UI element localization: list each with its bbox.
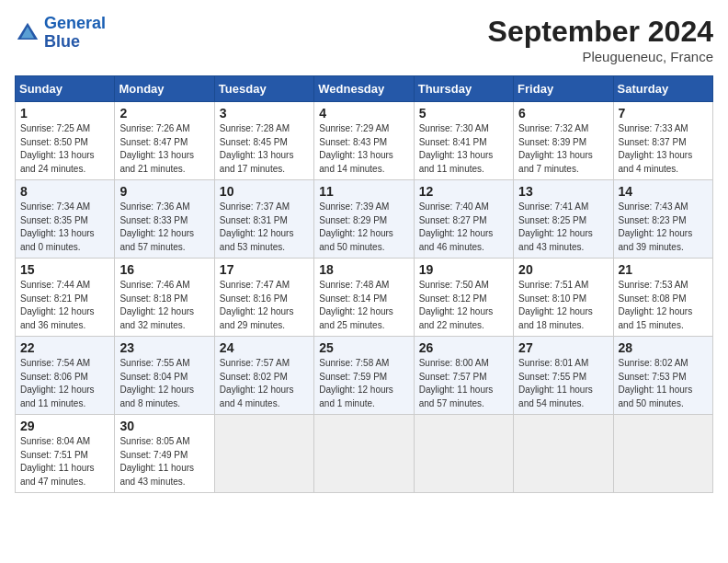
day-number: 14 xyxy=(619,184,708,199)
calendar-cell: 10Sunrise: 7:37 AM Sunset: 8:31 PM Dayli… xyxy=(214,180,313,259)
day-info: Sunrise: 7:36 AM Sunset: 8:33 PM Dayligh… xyxy=(119,201,209,254)
day-number: 20 xyxy=(518,262,608,277)
logo-line2: Blue xyxy=(44,33,106,52)
day-info: Sunrise: 8:00 AM Sunset: 7:57 PM Dayligh… xyxy=(419,357,508,410)
calendar-cell: 22Sunrise: 7:54 AM Sunset: 8:06 PM Dayli… xyxy=(16,337,115,415)
calendar-cell: 19Sunrise: 7:50 AM Sunset: 8:12 PM Dayli… xyxy=(414,259,513,337)
col-monday: Monday xyxy=(115,76,214,102)
day-info: Sunrise: 7:46 AM Sunset: 8:18 PM Dayligh… xyxy=(119,279,209,332)
col-sunday: Sunday xyxy=(16,76,115,102)
calendar-cell: 20Sunrise: 7:51 AM Sunset: 8:10 PM Dayli… xyxy=(514,259,613,337)
day-number: 4 xyxy=(319,106,408,121)
logo: General Blue xyxy=(15,15,106,52)
calendar-cell: 28Sunrise: 8:02 AM Sunset: 7:53 PM Dayli… xyxy=(613,337,712,415)
day-info: Sunrise: 7:37 AM Sunset: 8:31 PM Dayligh… xyxy=(220,201,309,254)
day-info: Sunrise: 7:43 AM Sunset: 8:23 PM Dayligh… xyxy=(619,201,708,254)
calendar-cell: 24Sunrise: 7:57 AM Sunset: 8:02 PM Dayli… xyxy=(214,337,313,415)
day-info: Sunrise: 7:55 AM Sunset: 8:04 PM Dayligh… xyxy=(119,357,209,410)
day-number: 5 xyxy=(419,106,508,121)
day-info: Sunrise: 7:53 AM Sunset: 8:08 PM Dayligh… xyxy=(619,279,708,332)
calendar-row: 1Sunrise: 7:25 AM Sunset: 8:50 PM Daylig… xyxy=(16,102,713,180)
day-number: 25 xyxy=(319,340,408,355)
logo-icon xyxy=(15,20,40,46)
calendar-cell: 15Sunrise: 7:44 AM Sunset: 8:21 PM Dayli… xyxy=(16,259,115,337)
calendar-cell: 4Sunrise: 7:29 AM Sunset: 8:43 PM Daylig… xyxy=(314,102,414,180)
calendar-cell xyxy=(214,415,313,493)
day-number: 26 xyxy=(419,340,508,355)
calendar-cell: 21Sunrise: 7:53 AM Sunset: 8:08 PM Dayli… xyxy=(613,259,712,337)
day-number: 11 xyxy=(319,184,408,199)
day-number: 19 xyxy=(419,262,508,277)
calendar-cell xyxy=(414,415,513,493)
calendar-body: 1Sunrise: 7:25 AM Sunset: 8:50 PM Daylig… xyxy=(16,102,713,493)
day-number: 8 xyxy=(20,184,109,199)
day-number: 17 xyxy=(220,262,309,277)
calendar-cell: 11Sunrise: 7:39 AM Sunset: 8:29 PM Dayli… xyxy=(314,180,414,259)
day-number: 28 xyxy=(619,340,708,355)
day-number: 16 xyxy=(119,262,209,277)
day-info: Sunrise: 7:48 AM Sunset: 8:14 PM Dayligh… xyxy=(319,279,408,332)
day-info: Sunrise: 7:47 AM Sunset: 8:16 PM Dayligh… xyxy=(220,279,309,332)
calendar-cell: 3Sunrise: 7:28 AM Sunset: 8:45 PM Daylig… xyxy=(214,102,313,180)
calendar-cell: 2Sunrise: 7:26 AM Sunset: 8:47 PM Daylig… xyxy=(115,102,214,180)
day-info: Sunrise: 8:05 AM Sunset: 7:49 PM Dayligh… xyxy=(119,435,209,488)
calendar-row: 29Sunrise: 8:04 AM Sunset: 7:51 PM Dayli… xyxy=(16,415,713,493)
day-number: 7 xyxy=(619,106,708,121)
title-block: September 2024 Pleugueneuc, France xyxy=(488,15,713,64)
day-number: 22 xyxy=(20,340,109,355)
calendar-cell: 17Sunrise: 7:47 AM Sunset: 8:16 PM Dayli… xyxy=(214,259,313,337)
calendar-cell xyxy=(514,415,613,493)
calendar-cell: 16Sunrise: 7:46 AM Sunset: 8:18 PM Dayli… xyxy=(115,259,214,337)
day-info: Sunrise: 7:50 AM Sunset: 8:12 PM Dayligh… xyxy=(419,279,508,332)
col-friday: Friday xyxy=(514,76,613,102)
day-info: Sunrise: 8:04 AM Sunset: 7:51 PM Dayligh… xyxy=(20,435,109,488)
calendar-row: 15Sunrise: 7:44 AM Sunset: 8:21 PM Dayli… xyxy=(16,259,713,337)
calendar-cell: 25Sunrise: 7:58 AM Sunset: 7:59 PM Dayli… xyxy=(314,337,414,415)
day-info: Sunrise: 7:29 AM Sunset: 8:43 PM Dayligh… xyxy=(319,122,408,176)
day-number: 10 xyxy=(220,184,309,199)
calendar-cell: 9Sunrise: 7:36 AM Sunset: 8:33 PM Daylig… xyxy=(115,180,214,259)
calendar-cell xyxy=(613,415,712,493)
day-info: Sunrise: 7:51 AM Sunset: 8:10 PM Dayligh… xyxy=(518,279,608,332)
day-info: Sunrise: 7:57 AM Sunset: 8:02 PM Dayligh… xyxy=(220,357,309,410)
calendar-cell: 14Sunrise: 7:43 AM Sunset: 8:23 PM Dayli… xyxy=(613,180,712,259)
col-wednesday: Wednesday xyxy=(314,76,414,102)
day-info: Sunrise: 7:28 AM Sunset: 8:45 PM Dayligh… xyxy=(220,122,309,176)
calendar-cell: 6Sunrise: 7:32 AM Sunset: 8:39 PM Daylig… xyxy=(514,102,613,180)
col-saturday: Saturday xyxy=(613,76,712,102)
calendar-cell: 23Sunrise: 7:55 AM Sunset: 8:04 PM Dayli… xyxy=(115,337,214,415)
calendar-cell: 26Sunrise: 8:00 AM Sunset: 7:57 PM Dayli… xyxy=(414,337,513,415)
header-row: Sunday Monday Tuesday Wednesday Thursday… xyxy=(16,76,713,102)
day-number: 29 xyxy=(20,419,109,433)
calendar-cell xyxy=(314,415,414,493)
page-header: General Blue September 2024 Pleugueneuc,… xyxy=(15,15,713,64)
calendar-cell: 30Sunrise: 8:05 AM Sunset: 7:49 PM Dayli… xyxy=(115,415,214,493)
calendar-cell: 18Sunrise: 7:48 AM Sunset: 8:14 PM Dayli… xyxy=(314,259,414,337)
calendar-cell: 7Sunrise: 7:33 AM Sunset: 8:37 PM Daylig… xyxy=(613,102,712,180)
month-title: September 2024 xyxy=(488,15,713,49)
day-number: 13 xyxy=(518,184,608,199)
location-subtitle: Pleugueneuc, France xyxy=(488,49,713,64)
day-info: Sunrise: 7:54 AM Sunset: 8:06 PM Dayligh… xyxy=(20,357,109,410)
day-info: Sunrise: 7:25 AM Sunset: 8:50 PM Dayligh… xyxy=(20,122,109,176)
day-number: 3 xyxy=(220,106,309,121)
day-info: Sunrise: 7:41 AM Sunset: 8:25 PM Dayligh… xyxy=(518,201,608,254)
day-info: Sunrise: 7:26 AM Sunset: 8:47 PM Dayligh… xyxy=(119,122,209,176)
logo-text: General Blue xyxy=(44,15,106,52)
calendar-cell: 27Sunrise: 8:01 AM Sunset: 7:55 PM Dayli… xyxy=(514,337,613,415)
calendar-cell: 8Sunrise: 7:34 AM Sunset: 8:35 PM Daylig… xyxy=(16,180,115,259)
day-number: 1 xyxy=(20,106,109,121)
col-thursday: Thursday xyxy=(414,76,513,102)
calendar-row: 8Sunrise: 7:34 AM Sunset: 8:35 PM Daylig… xyxy=(16,180,713,259)
calendar-row: 22Sunrise: 7:54 AM Sunset: 8:06 PM Dayli… xyxy=(16,337,713,415)
day-info: Sunrise: 7:40 AM Sunset: 8:27 PM Dayligh… xyxy=(419,201,508,254)
day-info: Sunrise: 8:02 AM Sunset: 7:53 PM Dayligh… xyxy=(619,357,708,410)
day-number: 23 xyxy=(119,340,209,355)
day-number: 15 xyxy=(20,262,109,277)
calendar-cell: 1Sunrise: 7:25 AM Sunset: 8:50 PM Daylig… xyxy=(16,102,115,180)
day-number: 30 xyxy=(119,419,209,433)
calendar-table: Sunday Monday Tuesday Wednesday Thursday… xyxy=(15,75,713,493)
day-number: 6 xyxy=(518,106,608,121)
calendar-cell: 29Sunrise: 8:04 AM Sunset: 7:51 PM Dayli… xyxy=(16,415,115,493)
calendar-cell: 13Sunrise: 7:41 AM Sunset: 8:25 PM Dayli… xyxy=(514,180,613,259)
